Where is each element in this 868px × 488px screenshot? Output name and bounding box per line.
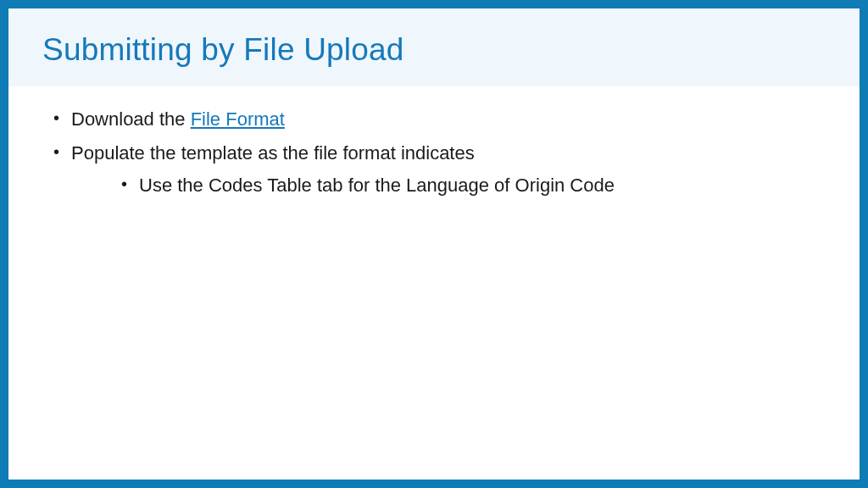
bullet-list: Download the File Format Populate the te… bbox=[51, 105, 817, 199]
title-bar: Submitting by File Upload bbox=[8, 8, 860, 86]
slide-title: Submitting by File Upload bbox=[42, 32, 826, 68]
sub-bullet-text: Use the Codes Table tab for the Language… bbox=[139, 175, 615, 196]
content-area: Download the File Format Populate the te… bbox=[8, 86, 860, 480]
slide-frame: Submitting by File Upload Download the F… bbox=[0, 0, 868, 488]
bullet-text: Populate the template as the file format… bbox=[71, 142, 475, 164]
bullet-item-populate: Populate the template as the file format… bbox=[51, 139, 817, 199]
bullet-text-prefix: Download the bbox=[71, 108, 191, 130]
sub-bullet-codes-table: Use the Codes Table tab for the Language… bbox=[119, 171, 817, 199]
sub-bullet-list: Use the Codes Table tab for the Language… bbox=[119, 171, 817, 199]
file-format-link[interactable]: File Format bbox=[191, 108, 285, 130]
bullet-item-download: Download the File Format bbox=[51, 105, 817, 134]
